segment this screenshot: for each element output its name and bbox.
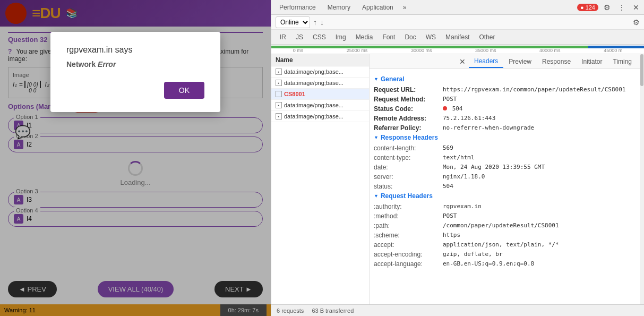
devtools-topbar-right: ● 124 ⚙ ⋮ ✕ xyxy=(577,2,641,13)
filter-tab-img[interactable]: Img xyxy=(331,31,350,43)
network-list-header: Name xyxy=(271,54,369,66)
network-item-name-0: data:image/png;base... xyxy=(284,69,344,75)
accept-language-value: en-GB,en-US;q=0.9,en;q=0.8 xyxy=(443,260,534,268)
settings-toolbar-btn[interactable]: ⚙ xyxy=(633,18,640,27)
request-method-key: Request Method: xyxy=(374,96,443,103)
detail-tab-headers[interactable]: Headers xyxy=(469,55,503,68)
network-item-3[interactable]: ▪ data:image/png;base... xyxy=(271,100,369,111)
transferred-size: 63 B transferred xyxy=(312,308,354,314)
download-icon-btn[interactable]: ↓ xyxy=(320,18,324,27)
detail-panel: ✕ Headers Preview Response Initiator Tim… xyxy=(370,54,640,304)
remote-address-value: 75.2.126.61:443 xyxy=(443,115,495,122)
response-headers-section-header[interactable]: Response Headers xyxy=(374,134,636,141)
accept-encoding-key: accept-encoding: xyxy=(374,251,443,258)
content-type-row: content-type: text/html xyxy=(374,154,636,161)
dialog-message-part1: Network xyxy=(66,60,96,69)
close-devtools-btn[interactable]: ✕ xyxy=(631,2,641,13)
status-key: status: xyxy=(374,183,443,190)
requests-count: 6 requests xyxy=(277,308,304,314)
general-section-header[interactable]: General xyxy=(374,75,636,83)
status-dot xyxy=(443,106,447,110)
network-item-name-3: data:image/png;base... xyxy=(284,102,344,108)
network-item-1[interactable]: ▪ data:image/png;base... xyxy=(271,78,369,89)
accept-language-row: accept-language: en-GB,en-US;q=0.9,en;q=… xyxy=(374,260,636,268)
settings-icon-btn[interactable]: ⚙ xyxy=(602,2,613,13)
referrer-policy-row: Referrer Policy: no-referrer-when-downgr… xyxy=(374,124,636,132)
close-detail-btn[interactable]: ✕ xyxy=(456,56,469,67)
accept-value: application/json, text/plain, */* xyxy=(443,241,559,249)
timeline-label-40000ms: 40000 ms xyxy=(539,48,561,53)
dialog-overlay: rgpvexam.in says Network Error OK xyxy=(0,0,271,316)
timeline-label-45000ms: 45000 m xyxy=(604,48,622,53)
method-req-row: :method: POST xyxy=(374,212,636,220)
timeline-label-25000ms: 25000 ms xyxy=(347,48,368,53)
content-length-value: 569 xyxy=(443,144,453,152)
timeline-label-30000ms: 30000 ms xyxy=(411,48,432,53)
scrollbar[interactable] xyxy=(640,54,644,304)
scheme-value: https xyxy=(443,232,460,239)
error-badge: ● 124 xyxy=(577,4,598,11)
request-headers-section-header[interactable]: Request Headers xyxy=(374,192,636,200)
request-method-value: POST xyxy=(443,96,457,103)
network-item-icon-0: ▪ xyxy=(276,69,282,75)
method-req-key: :method: xyxy=(374,212,443,220)
network-item-name-1: data:image/png;base... xyxy=(284,80,344,86)
more-tabs-icon[interactable]: » xyxy=(400,2,410,13)
dialog-buttons: OK xyxy=(66,82,204,99)
timeline-bar: 0 ms 25000 ms 30000 ms 35000 ms 40000 ms… xyxy=(271,45,644,54)
path-row: :path: /common/paper/updateResult/CS8001 xyxy=(374,222,636,229)
content-length-row: content-length: 569 xyxy=(374,144,636,152)
date-key: date: xyxy=(374,164,443,171)
network-item-0[interactable]: ▪ data:image/png;base... xyxy=(271,66,369,78)
date-value: Mon, 24 Aug 2020 13:39:55 GMT xyxy=(443,164,545,171)
path-value: /common/paper/updateResult/CS8001 xyxy=(443,222,559,229)
accept-language-key: accept-language: xyxy=(374,260,443,268)
remote-address-key: Remote Address: xyxy=(374,115,443,122)
detail-tab-preview[interactable]: Preview xyxy=(503,56,537,67)
network-item-4[interactable]: ▪ data:image/png;base... xyxy=(271,111,369,122)
network-item-cs8001[interactable]: CS8001 xyxy=(271,89,369,100)
detail-tab-response[interactable]: Response xyxy=(537,56,576,67)
devtools-panel: Performance Memory Application » ● 124 ⚙… xyxy=(271,0,644,316)
ok-button[interactable]: OK xyxy=(164,82,204,99)
dialog-title: rgpvexam.in says xyxy=(66,45,204,55)
filter-tab-font[interactable]: Font xyxy=(378,31,399,43)
request-url-row: Request URL: https://rgpvexam.in/common/… xyxy=(374,86,636,93)
tab-application[interactable]: Application xyxy=(357,2,399,13)
network-item-name-cs8001: CS8001 xyxy=(284,91,305,97)
more-options-btn[interactable]: ⋮ xyxy=(616,2,628,13)
filter-tab-ir[interactable]: IR xyxy=(276,31,290,43)
detail-tab-timing[interactable]: Timing xyxy=(607,56,637,67)
filter-tab-media[interactable]: Media xyxy=(351,31,377,43)
devtools-tabs: Performance Memory Application » xyxy=(274,2,409,13)
network-list: Name ▪ data:image/png;base... ▪ data:ima… xyxy=(271,54,370,304)
request-url-value: https://rgpvexam.in/common/paper/updateR… xyxy=(443,86,625,93)
upload-icon-btn[interactable]: ↑ xyxy=(313,18,317,27)
dialog-box: rgpvexam.in says Network Error OK xyxy=(50,32,220,112)
filter-tab-js[interactable]: JS xyxy=(291,31,307,43)
remote-address-row: Remote Address: 75.2.126.61:443 xyxy=(374,115,636,122)
detail-content: General Request URL: https://rgpvexam.in… xyxy=(370,69,640,304)
filter-tab-other[interactable]: Other xyxy=(475,31,499,43)
detail-tab-initiator[interactable]: Initiator xyxy=(576,56,607,67)
filter-tab-doc[interactable]: Doc xyxy=(400,31,420,43)
tab-memory[interactable]: Memory xyxy=(322,2,356,13)
accept-encoding-value: gzip, deflate, br xyxy=(443,251,503,258)
online-select[interactable]: Online xyxy=(276,16,310,28)
filter-tab-ws[interactable]: WS xyxy=(422,31,440,43)
date-row: date: Mon, 24 Aug 2020 13:39:55 GMT xyxy=(374,164,636,171)
name-column-header: Name xyxy=(276,56,293,64)
dialog-message: Network Error xyxy=(66,60,204,69)
tab-performance[interactable]: Performance xyxy=(274,2,321,13)
devtools-footer: 6 requests 63 B transferred xyxy=(271,304,644,316)
detail-tabs: ✕ Headers Preview Response Initiator Tim… xyxy=(370,54,640,69)
filter-tab-manifest[interactable]: Manifest xyxy=(441,31,474,43)
devtools-topbar: Performance Memory Application » ● 124 ⚙… xyxy=(271,0,644,15)
network-item-icon-4: ▪ xyxy=(276,113,282,119)
content-length-key: content-length: xyxy=(374,144,443,152)
referrer-policy-key: Referrer Policy: xyxy=(374,124,443,132)
filter-tab-css[interactable]: CSS xyxy=(308,31,330,43)
status-code-value: 504 xyxy=(443,105,463,113)
method-req-value: POST xyxy=(443,212,457,220)
scrollbar-thumb[interactable] xyxy=(640,54,643,86)
